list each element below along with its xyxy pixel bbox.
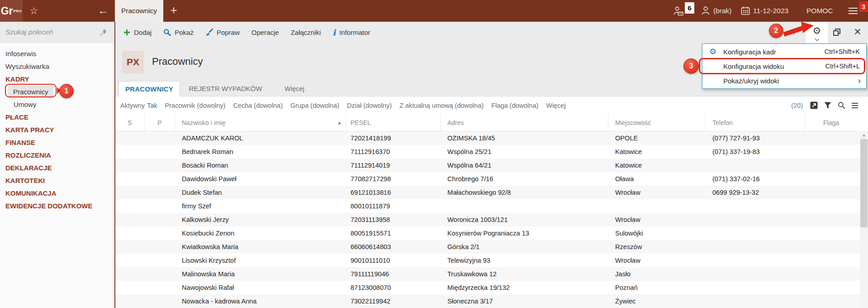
table-row[interactable]: Malinowska Maria79111119046Truskawkowa 1… <box>115 267 860 281</box>
attachments-button[interactable]: Załączniki <box>285 22 327 43</box>
column-header-flaga[interactable]: Flaga <box>805 114 860 131</box>
toolbar: Dodaj Pokaż Popraw Operacje Załą <box>0 22 868 43</box>
annotation-outline-step1 <box>5 84 57 97</box>
filter-cecha[interactable]: Cecha (dowolna) <box>233 102 283 109</box>
filter-aktywny[interactable]: AktywnyTak <box>120 102 157 109</box>
cell-city: Jasło <box>608 270 706 278</box>
filter-wiecej[interactable]: Więcej <box>546 102 566 109</box>
filter-pracownik[interactable]: Pracownik (dowolny) <box>165 102 226 109</box>
help-button[interactable]: POMOC <box>806 0 833 22</box>
sidebar-category-karta-pracy[interactable]: KARTA PRACY <box>0 124 114 136</box>
column-header-p[interactable]: P <box>145 114 175 131</box>
filter-grupa[interactable]: Grupa (dowolna) <box>290 102 339 109</box>
table-row[interactable]: Nowacka - kadrowa Anna73022119942Słonecz… <box>115 294 860 308</box>
app-logo[interactable]: GrPRO <box>0 0 23 22</box>
table-row[interactable]: Dawidowski Paweł77082717298Chrobrego 7/1… <box>115 172 860 186</box>
favorites-star-icon[interactable]: ☆ <box>27 0 41 22</box>
cell-pesel: 71112914019 <box>346 162 441 169</box>
cell-pesel: 71112916370 <box>346 148 441 155</box>
scrollbar-thumb[interactable] <box>860 139 868 227</box>
expand-icon[interactable] <box>810 101 818 109</box>
column-header-telefon[interactable]: Telefon <box>706 114 805 131</box>
gear-blue-icon: ⚙ <box>702 47 723 57</box>
user-sessions-icon <box>673 5 685 17</box>
sidebar-category-komunikacja[interactable]: KOMUNIKACJA <box>0 187 114 200</box>
date-button[interactable]: 11-12-2023 <box>741 0 788 22</box>
cell-pesel: 79111119046 <box>346 270 441 278</box>
main-menu-button[interactable] <box>849 0 858 22</box>
cell-pesel: 73022119942 <box>346 298 441 305</box>
filter-flaga[interactable]: Flaga (dowolna) <box>491 102 538 109</box>
table-row[interactable]: Kalkowski Jerzy72031113958Woronicza 1003… <box>115 213 860 226</box>
filter-funnel-icon[interactable] <box>824 102 831 109</box>
list-tools: (20) <box>791 96 858 114</box>
sidebar-category-kartoteki[interactable]: KARTOTEKI <box>0 174 114 187</box>
filter-bar: AktywnyTak Pracownik (dowolny) Cecha (do… <box>115 96 868 114</box>
scroll-up-icon[interactable]: ▲ <box>860 131 868 139</box>
tab-wiecej[interactable]: Więcej <box>282 81 307 96</box>
cell-adres: Telewizyjna 93 <box>441 257 608 264</box>
column-header-miejscowosc[interactable]: Miejscowość <box>608 114 706 131</box>
sidebar-item-wyszukiwarka[interactable]: Wyszukiwarka <box>0 60 114 73</box>
command-search-input[interactable] <box>5 25 95 39</box>
table-row[interactable]: Bednarek Roman71112916370Wspólna 25/21Ka… <box>115 145 860 159</box>
cell-pesel: 90010111010 <box>346 257 441 264</box>
window-tab-pracownicy[interactable]: Pracownicy <box>115 0 163 22</box>
sidebar-category-place[interactable]: PŁACE <box>0 111 114 124</box>
edit-button[interactable]: Popraw <box>199 22 246 43</box>
table-row[interactable]: Kwiatkowska Maria66060614803Górska 2/1Rz… <box>115 240 860 254</box>
sessions-button[interactable] <box>673 0 685 22</box>
sidebar-category-ewidencje[interactable]: EWIDENCJE DODATKOWE <box>0 200 114 212</box>
command-search-zone <box>0 22 114 43</box>
pin-icon[interactable] <box>100 29 107 36</box>
table-row[interactable]: Bosacki Roman71112914019Wspólna 64/21Kat… <box>115 159 860 172</box>
column-header-adres[interactable]: Adres <box>441 114 608 131</box>
table-row[interactable]: Dudek Stefan69121013816Małachowskiego 92… <box>115 186 860 199</box>
filter-aktywny-value[interactable]: Tak <box>147 102 157 109</box>
column-header-name[interactable]: Nazwisko i imię ▲ <box>175 114 346 131</box>
table-row[interactable]: Kosiebucki Zenon80051915571Kosynierów Po… <box>115 226 860 240</box>
show-button[interactable]: Pokaż <box>157 22 199 43</box>
column-header-s[interactable]: S <box>115 114 145 131</box>
tab-rejestr-wypadkow[interactable]: REJESTR WYPADKÓW <box>186 81 265 96</box>
table-header: S P Nazwisko i imię ▲ PESEL Adres Miejsc… <box>115 114 860 131</box>
cell-name: Lisowski Krzysztof <box>175 257 346 264</box>
list-menu-icon[interactable] <box>852 101 858 110</box>
back-arrow-icon[interactable]: ← <box>94 0 112 22</box>
cell-city: Rzeszów <box>608 243 706 250</box>
cell-name: Dawidowski Paweł <box>175 175 346 183</box>
page-title: Pracownicy <box>152 56 203 67</box>
column-header-pesel[interactable]: PESEL <box>346 114 441 131</box>
table-row[interactable]: ADAMCZUK KAROL72021418199OZIMSKA 18/45OP… <box>115 131 860 145</box>
table-row[interactable]: Nawojowski Rafał87123008070Międzyrzecka … <box>115 281 860 294</box>
tab-pracownicy[interactable]: PRACOWNICY <box>119 81 180 96</box>
new-tab-button[interactable]: + <box>166 0 182 22</box>
filter-dzial[interactable]: Dział (dowolny) <box>347 102 392 109</box>
menu-item-pokaz-ukryj-widoki[interactable]: Pokaż/ukryj widoki › <box>702 73 866 88</box>
vertical-scrollbar[interactable]: ▲ <box>860 131 868 308</box>
search-list-icon[interactable] <box>838 101 845 109</box>
annotation-circle-1: 1 <box>59 84 74 98</box>
filter-umowa[interactable]: Z aktualną umową (dowolna) <box>399 102 484 109</box>
cell-pesel: 87123008070 <box>346 284 441 291</box>
table-row[interactable]: firmy Szef80010111879 <box>115 199 860 213</box>
cell-name: Malinowska Maria <box>175 270 346 278</box>
magnifier-icon <box>163 29 171 36</box>
table-row[interactable]: Lisowski Krzysztof90010111010Telewizyjna… <box>115 254 860 267</box>
user-button[interactable]: (brak) <box>701 0 731 22</box>
menu-item-konfiguracja-kadr[interactable]: ⚙ Konfiguracja kadr Ctrl+Shift+K <box>702 44 866 59</box>
sidebar-category-finanse[interactable]: FINANSE <box>0 136 114 149</box>
add-button[interactable]: Dodaj <box>118 22 157 43</box>
sidebar-category-rozliczenia[interactable]: ROZLICZENIA <box>0 149 114 162</box>
operations-button[interactable]: Operacje <box>246 22 285 43</box>
close-button[interactable]: × <box>850 22 865 43</box>
sidebar-category-deklaracje[interactable]: DEKLARACJE <box>0 162 114 174</box>
cell-city: Poznań <box>608 284 706 291</box>
informator-button[interactable]: i Informator <box>327 22 376 43</box>
app-window: GrPRO ☆ ← Pracownicy + 6 (brak) <box>0 0 868 308</box>
sidebar-item-infoserwis[interactable]: Infoserwis <box>0 48 114 60</box>
sidebar-item-umowy[interactable]: Umowy <box>0 98 114 111</box>
restore-window-button[interactable] <box>833 29 840 36</box>
user-label: (brak) <box>713 7 731 15</box>
cell-adres: Truskawkowa 12 <box>441 270 608 278</box>
